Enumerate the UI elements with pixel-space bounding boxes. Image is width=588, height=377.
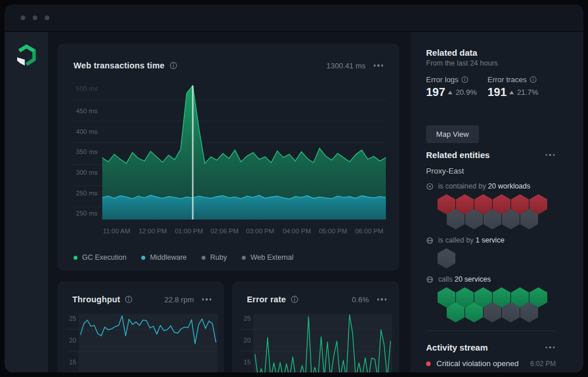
chart-current-value: 22.8 rpm xyxy=(164,295,194,304)
y-axis-label: 15 xyxy=(243,359,251,366)
chart-current-value: 0.6% xyxy=(352,295,369,304)
y-axis-label: 20 xyxy=(243,337,251,344)
legend-item[interactable]: Ruby xyxy=(202,253,227,261)
legend-dot xyxy=(74,256,78,260)
legend-label: Middleware xyxy=(150,253,187,261)
entity-relations: is contained by 20 workloadsis called by… xyxy=(426,182,556,322)
info-icon[interactable] xyxy=(125,295,133,303)
info-icon[interactable] xyxy=(529,76,537,83)
sidebar xyxy=(5,32,49,372)
stat-value: 197 xyxy=(426,86,445,99)
kebab-menu-icon[interactable] xyxy=(201,296,213,303)
stat-block: Error logs19720.9% xyxy=(426,75,488,99)
y-axis-label: 25 xyxy=(243,315,251,322)
stat-delta: 21.7% xyxy=(517,88,538,97)
web-transactions-chart-canvas[interactable]: 500 ms450 ms400 ms350 ms300 ms250 ms250 … xyxy=(57,44,399,271)
legend-label: GC Execution xyxy=(82,253,126,261)
hexagon-grid xyxy=(438,248,556,268)
relation-row: is called by 1 service xyxy=(426,236,556,244)
info-icon[interactable] xyxy=(461,76,469,83)
app-window: Web transactions time 1300.41 ms xyxy=(5,5,583,372)
stat-delta: 20.9% xyxy=(455,88,477,97)
brand-logo[interactable] xyxy=(16,44,37,68)
relation-object-link[interactable]: 1 service xyxy=(475,236,504,244)
main-content: Web transactions time 1300.41 ms xyxy=(49,32,411,372)
workload-icon xyxy=(426,183,434,190)
relation-text: is called by 1 service xyxy=(438,236,504,244)
x-axis-label: 11:00 AM xyxy=(103,228,130,234)
x-axis-label: 01:00 PM xyxy=(175,228,203,234)
kebab-menu-icon[interactable] xyxy=(544,344,556,351)
relation-row: calls 20 services xyxy=(426,275,556,283)
hexagon-row xyxy=(438,248,556,268)
y-axis-label: 250 ms xyxy=(76,190,98,197)
kebab-menu-icon[interactable] xyxy=(373,62,385,69)
middleware-area xyxy=(102,195,386,220)
stat-label: Error logs xyxy=(426,75,488,84)
related-data-subtitle: From the last 24 hours xyxy=(426,59,556,67)
stat-block: Error traces19121.7% xyxy=(488,75,549,99)
hexagon-grid xyxy=(438,194,556,229)
info-icon[interactable] xyxy=(291,295,299,303)
entity-hexagon-gray[interactable] xyxy=(438,248,455,268)
activity-stream-title: Activity stream xyxy=(426,343,488,352)
kebab-menu-icon[interactable] xyxy=(544,152,556,159)
y-axis-label: 15 xyxy=(69,359,76,366)
x-axis-label: 06:00 PM xyxy=(355,228,383,234)
relation-text: is contained by 20 workloads xyxy=(438,182,531,190)
y-axis-label: 25 xyxy=(69,315,76,322)
plot-background xyxy=(79,314,218,372)
web-transactions-header: Web transactions time 1300.41 ms xyxy=(57,44,399,70)
activity-time: 6:02 PM xyxy=(530,360,556,368)
related-entities-header: Related entities xyxy=(426,150,556,160)
service-icon xyxy=(426,237,434,244)
y-axis-label: 20 xyxy=(69,337,76,344)
error-rate-card: Error rate 0.6% 252015 xyxy=(232,281,399,372)
x-axis-label: 04:00 PM xyxy=(283,228,311,234)
window-control-dot[interactable] xyxy=(33,16,37,20)
info-icon[interactable] xyxy=(169,61,177,70)
small-charts-row: Throughput 22.8 rpm 252015 Error rate xyxy=(57,281,411,372)
stat-value-row: 19720.9% xyxy=(426,86,488,99)
related-data-title: Related data xyxy=(426,48,556,57)
related-entities-title: Related entities xyxy=(426,150,490,160)
kebab-menu-icon[interactable] xyxy=(376,296,388,303)
chart-current-value: 1300.41 ms xyxy=(327,61,366,70)
trend-up-icon xyxy=(448,91,452,94)
relation-object-link[interactable]: 20 services xyxy=(454,275,490,283)
legend-item[interactable]: GC Execution xyxy=(74,253,126,261)
activity-item[interactable]: Critical violation opened6:02 PM xyxy=(426,359,556,368)
y-axis-label: 350 ms xyxy=(76,148,98,155)
y-axis-label: 300 ms xyxy=(76,169,98,176)
relation-object-link[interactable]: 20 workloads xyxy=(488,182,531,190)
y-axis-label: 500 ms xyxy=(76,85,98,92)
window-control-dot[interactable] xyxy=(21,16,25,20)
related-data-panel: Related data From the last 24 hours Erro… xyxy=(411,32,583,372)
map-view-button[interactable]: Map View xyxy=(426,125,479,143)
x-axis-label: 03:00 PM xyxy=(246,228,274,234)
window-titlebar xyxy=(5,5,583,32)
brand-logo-icon xyxy=(16,44,37,68)
throughput-card: Throughput 22.8 rpm 252015 xyxy=(57,281,224,372)
legend-label: Web External xyxy=(250,253,293,261)
x-axis-label: 12:00 PM xyxy=(138,228,167,234)
activity-text: Critical violation opened xyxy=(436,359,519,368)
activity-stream-list: Critical violation opened6:02 PMOrder-Co… xyxy=(426,359,556,372)
severity-dot xyxy=(426,361,431,366)
gc-execution-line xyxy=(102,86,386,163)
trend-up-icon xyxy=(509,91,514,94)
window-control-dot[interactable] xyxy=(45,16,49,20)
error-rate-header: Error rate 0.6% xyxy=(232,281,399,304)
activity-stream-header: Activity stream xyxy=(426,343,556,352)
legend-item[interactable]: Middleware xyxy=(141,253,187,261)
service-icon xyxy=(426,276,434,283)
chart-title: Web transactions time xyxy=(74,61,165,70)
chart-legend: GC ExecutionMiddlewareRubyWeb External xyxy=(74,253,293,261)
y-axis-label: 400 ms xyxy=(76,128,98,135)
y-axis-label: 250 ms xyxy=(76,210,98,217)
window-body: Web transactions time 1300.41 ms xyxy=(5,32,583,372)
error-stats: Error logs19720.9%Error traces19121.7% xyxy=(426,75,556,99)
entity-name[interactable]: Proxy-East xyxy=(426,167,556,175)
y-axis-label: 450 ms xyxy=(76,107,98,114)
legend-item[interactable]: Web External xyxy=(242,253,293,261)
